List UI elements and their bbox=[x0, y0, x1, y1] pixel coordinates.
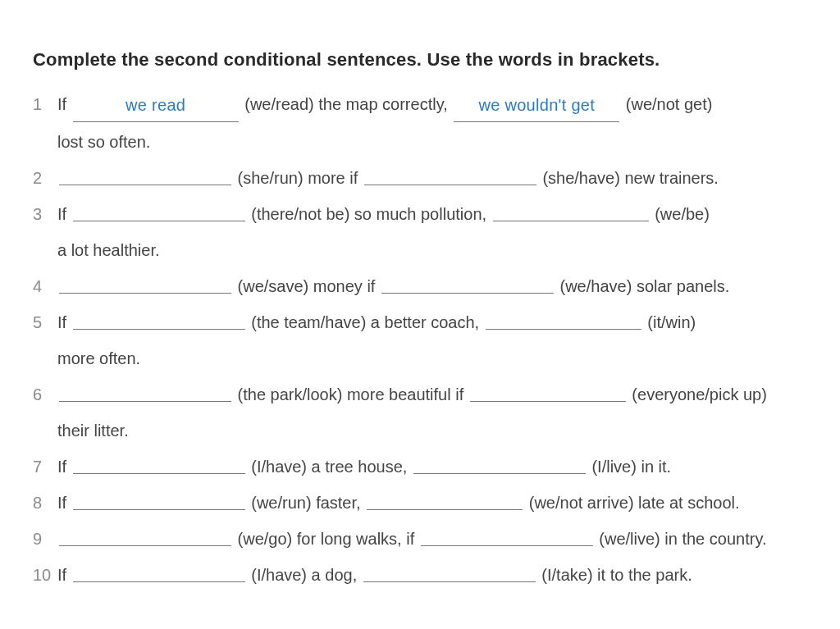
bracket-hint: (the team/have) a better coach, bbox=[247, 313, 484, 331]
bracket-hint: (we/not get) bbox=[621, 95, 712, 113]
sentence-continuation: a lot healthier. bbox=[57, 235, 807, 266]
sentence-continuation: more often. bbox=[57, 343, 807, 374]
exercise-item: 3 If (there/not be) so much pollution, (… bbox=[33, 198, 807, 230]
bracket-hint: (I/take) it to the park. bbox=[537, 566, 692, 584]
sentence: If (I/have) a tree house, (I/live) in it… bbox=[57, 451, 807, 482]
exercise-item: 2 (she/run) more if (she/have) new train… bbox=[33, 162, 807, 194]
text-segment: If bbox=[57, 95, 71, 113]
item-number: 10 bbox=[33, 559, 57, 590]
worksheet-page: Complete the second conditional sentence… bbox=[0, 0, 840, 628]
sentence-continuation: lost so often. bbox=[57, 126, 807, 157]
instruction-heading: Complete the second conditional sentence… bbox=[33, 49, 807, 71]
bracket-hint: (there/not be) so much pollution, bbox=[247, 205, 491, 223]
item-number: 7 bbox=[33, 451, 57, 482]
blank-input[interactable] bbox=[413, 456, 586, 474]
text-segment: If bbox=[57, 494, 71, 512]
blank-input[interactable] bbox=[73, 456, 245, 474]
bracket-hint: (everyone/pick up) bbox=[628, 385, 767, 403]
item-number: 9 bbox=[33, 523, 57, 554]
blank-input[interactable] bbox=[486, 312, 641, 330]
bracket-hint: (we/go) for long walks, if bbox=[233, 530, 419, 548]
bracket-hint: (she/have) new trainers. bbox=[538, 169, 719, 187]
bracket-hint: (she/run) more if bbox=[233, 169, 363, 187]
text-segment: If bbox=[57, 566, 71, 584]
text-segment: If bbox=[57, 205, 71, 223]
blank-input[interactable] bbox=[73, 312, 245, 330]
sentence: (we/save) money if (we/have) solar panel… bbox=[57, 271, 807, 302]
exercise-item: 4 (we/save) money if (we/have) solar pan… bbox=[33, 271, 807, 302]
blank-input[interactable] bbox=[363, 564, 536, 582]
blank-input[interactable] bbox=[470, 384, 626, 402]
item-number: 2 bbox=[33, 162, 57, 194]
exercise-list: 1 If we read (we/read) the map correctly… bbox=[33, 89, 807, 590]
exercise-item: 9 (we/go) for long walks, if (we/live) i… bbox=[33, 523, 807, 554]
bracket-hint: (we/have) solar panels. bbox=[555, 277, 729, 295]
sentence: If we read (we/read) the map correctly, … bbox=[57, 89, 807, 121]
exercise-item: 8 If (we/run) faster, (we/not arrive) la… bbox=[33, 487, 807, 518]
sentence-continuation: their litter. bbox=[57, 415, 807, 446]
blank-input[interactable] bbox=[73, 203, 245, 221]
sentence: (she/run) more if (she/have) new trainer… bbox=[57, 162, 807, 194]
sentence: (we/go) for long walks, if (we/live) in … bbox=[57, 523, 807, 554]
filled-blank[interactable]: we read bbox=[73, 89, 239, 122]
bracket-hint: (we/run) faster, bbox=[247, 494, 366, 512]
item-number: 8 bbox=[33, 487, 57, 518]
sentence: If (we/run) faster, (we/not arrive) late… bbox=[57, 487, 807, 518]
item-number: 3 bbox=[33, 198, 57, 230]
blank-input[interactable] bbox=[59, 384, 231, 402]
bracket-hint: (we/be) bbox=[651, 205, 710, 223]
exercise-item: 1 If we read (we/read) the map correctly… bbox=[33, 89, 807, 121]
blank-input[interactable] bbox=[381, 276, 554, 294]
bracket-hint: (we/save) money if bbox=[233, 277, 380, 295]
blank-input[interactable] bbox=[59, 276, 231, 294]
blank-input[interactable] bbox=[367, 492, 523, 510]
blank-input[interactable] bbox=[364, 167, 536, 185]
bracket-hint: (we/live) in the country. bbox=[595, 530, 767, 548]
item-number: 4 bbox=[33, 271, 57, 302]
bracket-hint: (I/have) a tree house, bbox=[247, 458, 412, 476]
filled-blank[interactable]: we wouldn't get bbox=[454, 89, 619, 122]
sentence: (the park/look) more beautiful if (every… bbox=[57, 379, 807, 410]
sentence: If (there/not be) so much pollution, (we… bbox=[57, 198, 807, 230]
blank-input[interactable] bbox=[73, 492, 245, 510]
blank-input[interactable] bbox=[421, 528, 593, 546]
blank-input[interactable] bbox=[493, 203, 649, 221]
blank-input[interactable] bbox=[73, 564, 245, 582]
blank-input[interactable] bbox=[59, 167, 231, 185]
bracket-hint: (I/have) a dog, bbox=[247, 566, 362, 584]
exercise-item: 10 If (I/have) a dog, (I/take) it to the… bbox=[33, 559, 807, 590]
bracket-hint: (we/read) the map correctly, bbox=[240, 95, 453, 113]
text-segment: If bbox=[57, 313, 71, 331]
exercise-item: 5 If (the team/have) a better coach, (it… bbox=[33, 307, 807, 338]
bracket-hint: (I/live) in it. bbox=[587, 458, 671, 476]
item-number: 1 bbox=[33, 89, 57, 120]
blank-input[interactable] bbox=[59, 528, 231, 546]
item-number: 5 bbox=[33, 307, 57, 338]
bracket-hint: (the park/look) more beautiful if bbox=[233, 385, 468, 403]
sentence: If (the team/have) a better coach, (it/w… bbox=[57, 307, 807, 338]
sentence: If (I/have) a dog, (I/take) it to the pa… bbox=[57, 559, 807, 590]
exercise-item: 6 (the park/look) more beautiful if (eve… bbox=[33, 379, 807, 410]
text-segment: If bbox=[57, 458, 71, 476]
exercise-item: 7 If (I/have) a tree house, (I/live) in … bbox=[33, 451, 807, 482]
bracket-hint: (it/win) bbox=[643, 313, 696, 331]
bracket-hint: (we/not arrive) late at school. bbox=[524, 494, 739, 512]
item-number: 6 bbox=[33, 379, 57, 410]
